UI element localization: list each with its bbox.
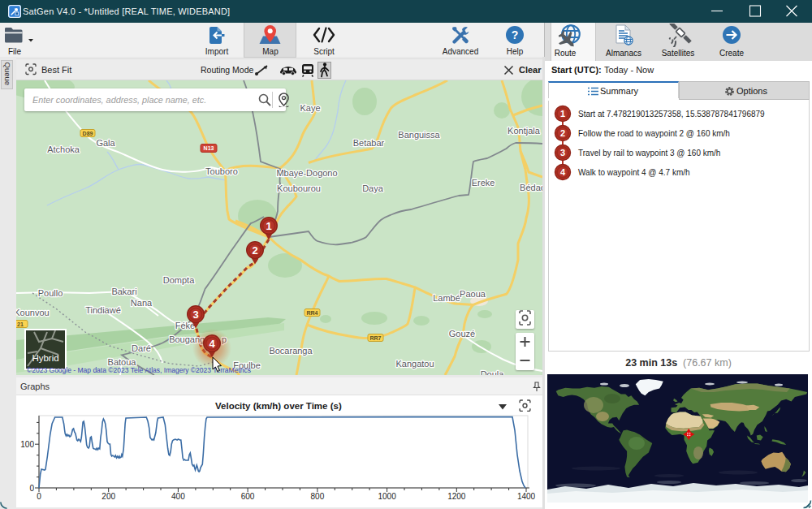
svg-text:1400: 1400 <box>517 492 536 501</box>
svg-text:RR7: RR7 <box>369 335 381 341</box>
svg-text:200: 200 <box>102 492 115 501</box>
svg-text:Follow the road to waypoint 2: Follow the road to waypoint 2 @ 160 km/h <box>578 129 730 138</box>
svg-text:Koubourou: Koubourou <box>277 183 321 193</box>
svg-text:1000: 1000 <box>378 492 396 501</box>
svg-text:600: 600 <box>241 492 255 501</box>
svg-text:Tindiawé: Tindiawé <box>85 305 121 315</box>
svg-text:4: 4 <box>209 338 215 350</box>
svg-text:400: 400 <box>171 492 185 501</box>
svg-text:Atchoka: Atchoka <box>47 145 80 154</box>
svg-text:Daya: Daya <box>362 183 384 193</box>
svg-text:Doula: Doula <box>481 369 505 375</box>
svg-text:Travel by rail to waypoint 3 @: Travel by rail to waypoint 3 @ 160 km/h <box>578 149 720 157</box>
svg-text:4: 4 <box>560 167 566 177</box>
svg-text:3: 3 <box>560 148 565 157</box>
svg-text:Walk to waypoint 4 @ 4.7 km/h: Walk to waypoint 4 @ 4.7 km/h <box>578 168 690 177</box>
svg-text:Ereke: Ereke <box>472 178 495 188</box>
svg-text:800: 800 <box>311 492 325 501</box>
svg-text:RR4: RR4 <box>306 310 317 316</box>
svg-text:N13: N13 <box>204 145 214 151</box>
svg-text:D89: D89 <box>83 131 93 136</box>
svg-text:Paoua: Paoua <box>460 289 486 299</box>
svg-text:Touboro: Touboro <box>205 166 238 176</box>
svg-text:100: 100 <box>20 440 34 449</box>
svg-text:Kounvou: Kounvou <box>16 308 50 317</box>
svg-text:Mbaye-Dogono: Mbaye-Dogono <box>276 168 337 178</box>
svg-text:0: 0 <box>37 492 41 501</box>
svg-text:Poullo: Poullo <box>38 288 63 298</box>
svg-text:1: 1 <box>560 109 565 119</box>
svg-text:2: 2 <box>252 244 257 257</box>
svg-text:Banguissa: Banguissa <box>398 130 440 140</box>
svg-text:Start at 7.478219013257358, 15: Start at 7.478219013257358, 15.538787841… <box>578 110 765 119</box>
svg-text:Gala: Gala <box>96 138 115 148</box>
svg-text:2: 2 <box>560 128 565 138</box>
svg-text:Hybrid: Hybrid <box>32 353 58 363</box>
svg-text:1: 1 <box>266 220 271 232</box>
svg-text:Gouzé: Gouzé <box>449 329 475 339</box>
svg-text:Nana: Nana <box>131 298 153 308</box>
svg-text:Bakari: Bakari <box>111 287 136 296</box>
svg-text:0: 0 <box>29 484 34 493</box>
svg-text:?: ? <box>512 28 519 41</box>
svg-text:Betabar: Betabar <box>353 138 385 148</box>
svg-text:Bocaranga: Bocaranga <box>269 346 313 356</box>
svg-text:Daré: Daré <box>132 343 151 353</box>
svg-text:21: 21 <box>17 321 24 327</box>
svg-text:Dompta: Dompta <box>163 275 195 285</box>
svg-text:3: 3 <box>192 308 198 321</box>
svg-text:Lambé: Lambé <box>433 293 460 303</box>
svg-text:Kontjala: Kontjala <box>508 126 541 136</box>
svg-text:Bédao: Bédao <box>520 183 542 192</box>
svg-text:Kangatou: Kangatou <box>395 359 434 369</box>
svg-text:Kaye: Kaye <box>300 103 320 113</box>
svg-text:1200: 1200 <box>447 492 466 501</box>
